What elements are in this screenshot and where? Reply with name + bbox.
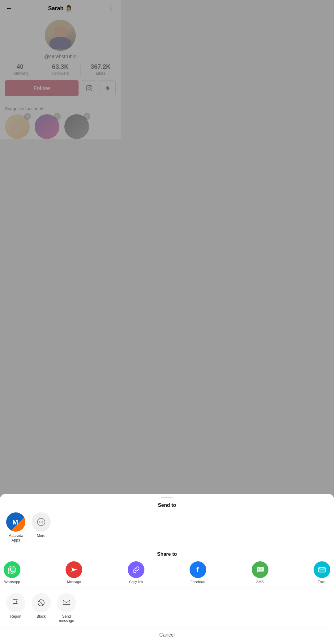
overlay bbox=[0, 0, 121, 232]
